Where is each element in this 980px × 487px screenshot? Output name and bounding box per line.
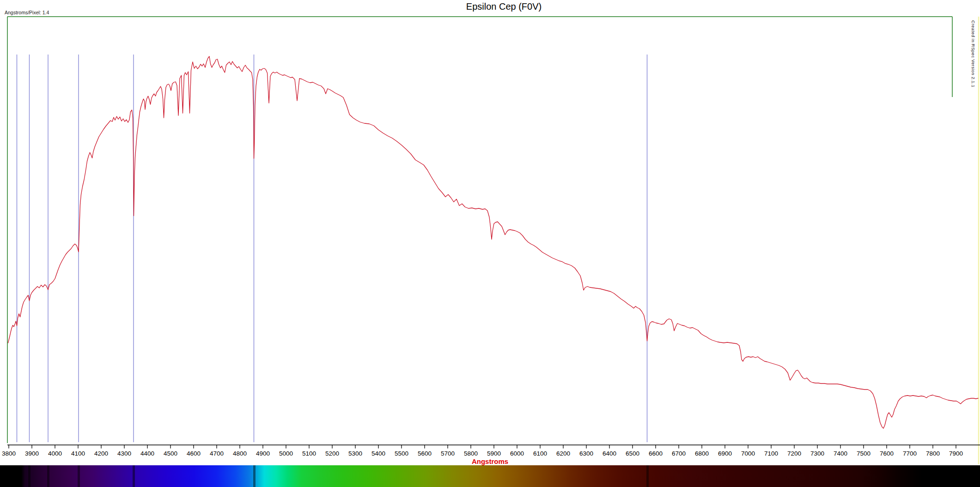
x-tick-label: 5900 [487, 450, 501, 457]
x-tick-label: 6400 [603, 450, 616, 457]
x-axis-title: Angstroms [0, 457, 980, 465]
x-tick-label: 7200 [787, 450, 801, 457]
x-tick-label: 6600 [649, 450, 663, 457]
x-tick-label: 4100 [71, 450, 85, 457]
x-tick-label: 6200 [556, 450, 570, 457]
x-tick-label: 4600 [187, 450, 201, 457]
x-tick-label: 7400 [834, 450, 847, 457]
colorbar-absorption-band [16, 465, 18, 487]
colorbar-absorption-band [28, 465, 30, 487]
x-tick-label: 4800 [233, 450, 247, 457]
x-tick-label: 7500 [857, 450, 870, 457]
x-tick-label: 4300 [117, 450, 131, 457]
x-tick-label: 6500 [626, 450, 639, 457]
x-tick-label: 5300 [348, 450, 362, 457]
x-tick-label: 7000 [741, 450, 755, 457]
x-tick-label: 7600 [880, 450, 894, 457]
colorbar-absorption-band [133, 465, 135, 487]
spectrum-plot-canvas[interactable]: 3800390040004100420043004400450046004700… [0, 0, 980, 487]
x-tick-label: 5800 [464, 450, 478, 457]
x-tick-label: 5700 [441, 450, 455, 457]
x-tick-label: 5600 [418, 450, 432, 457]
x-tick-label: 6800 [695, 450, 709, 457]
colorbar-absorption-band [253, 465, 256, 487]
x-tick-label: 5500 [395, 450, 408, 457]
x-tick-label: 4000 [48, 450, 62, 457]
x-tick-label: 5000 [279, 450, 293, 457]
x-tick-label: 7100 [764, 450, 778, 457]
x-tick-label: 7300 [810, 450, 824, 457]
x-tick-label: 5100 [302, 450, 316, 457]
x-tick-label: 5400 [371, 450, 385, 457]
x-tick-label: 5200 [325, 450, 339, 457]
x-tick-label: 4700 [210, 450, 224, 457]
colorbar-absorption-band [646, 465, 649, 487]
x-tick-label: 6100 [533, 450, 547, 457]
x-tick-label: 6700 [672, 450, 686, 457]
x-tick-label: 4500 [164, 450, 177, 457]
x-tick-label: 6300 [579, 450, 593, 457]
x-tick-label: 4200 [94, 450, 108, 457]
rspec-spectrum-window: Epsilon Cep (F0V) Angstroms/Pixel: 1.4 C… [0, 0, 980, 487]
x-tick-label: 3900 [25, 450, 39, 457]
x-tick-label: 4900 [256, 450, 270, 457]
x-tick-label: 3800 [2, 450, 16, 457]
colorbar-absorption-band [47, 465, 49, 487]
x-tick-label: 7900 [949, 450, 963, 457]
spectrum-colorbar [0, 465, 980, 487]
x-tick-label: 6000 [510, 450, 524, 457]
x-tick-label: 7800 [926, 450, 940, 457]
x-tick-label: 7700 [903, 450, 917, 457]
colorbar-absorption-band [78, 465, 80, 487]
spectrum-curve [8, 56, 979, 428]
x-tick-label: 6900 [718, 450, 732, 457]
x-tick-label: 4400 [140, 450, 154, 457]
